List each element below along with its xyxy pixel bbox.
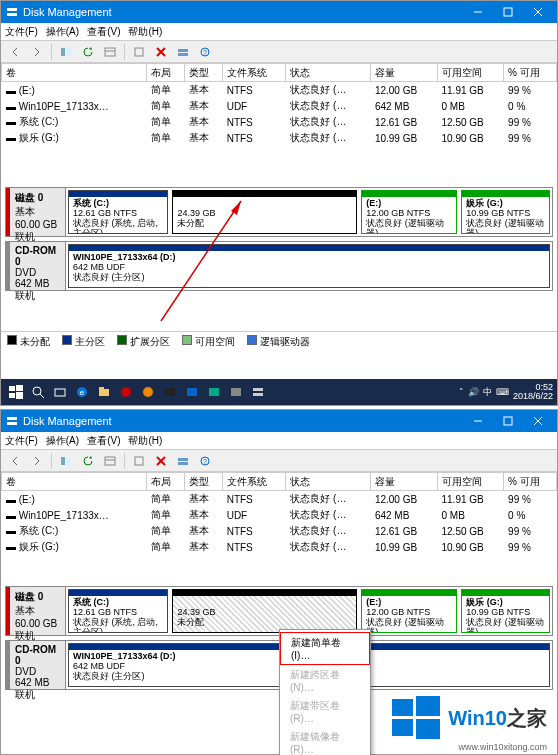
table-row[interactable]: ▬ Win10PE_17133x…简单基本UDF状态良好 (…642 MB0 M… <box>2 98 557 114</box>
partition-dvd[interactable]: WIN10PE_17133x64 (D:)642 MB UDF状态良好 (主分区… <box>68 244 550 288</box>
toolbar-btn[interactable] <box>100 452 120 470</box>
ctx-new-spanned-volume[interactable]: 新建跨区卷(N)… <box>280 665 370 696</box>
help-icon[interactable]: ? <box>195 43 215 61</box>
col-status[interactable]: 状态 <box>286 64 371 82</box>
partition-c[interactable]: 系统 (C:)12.61 GB NTFS状态良好 (系统, 启动, 主分区) <box>68 589 168 633</box>
cdrom-info: CD-ROM 0 DVD 642 MB 联机 <box>6 242 66 290</box>
table-row[interactable]: ▬ 娱乐 (G:)简单基本NTFS状态良好 (…10.99 GB10.90 GB… <box>2 130 557 146</box>
svg-rect-45 <box>66 457 71 465</box>
svg-rect-25 <box>55 389 65 396</box>
tray-chevron-icon[interactable]: ˄ <box>459 387 464 397</box>
forward-button[interactable] <box>27 452 47 470</box>
taskview-icon[interactable] <box>49 381 71 403</box>
footer-url: www.win10xitong.com <box>458 742 547 752</box>
explorer-icon[interactable] <box>93 381 115 403</box>
tb-app-icon[interactable] <box>225 381 247 403</box>
partition-g[interactable]: 娱乐 (G:)10.99 GB NTFS状态良好 (逻辑驱动器) <box>461 589 550 633</box>
tray-sound-icon[interactable]: 🔊 <box>468 387 479 397</box>
tb-app-icon[interactable] <box>137 381 159 403</box>
menu-view[interactable]: 查看(V) <box>87 434 120 448</box>
menu-view[interactable]: 查看(V) <box>87 25 120 39</box>
search-icon[interactable] <box>27 381 49 403</box>
menu-file[interactable]: 文件(F) <box>5 434 38 448</box>
partition-unallocated[interactable]: 24.39 GB未分配 <box>172 190 357 234</box>
toolbar-btn[interactable] <box>56 43 76 61</box>
refresh-button[interactable] <box>78 452 98 470</box>
volume-list[interactable]: 卷 布局 类型 文件系统 状态 容量 可用空间 % 可用 ▬ (E:)简单基本N… <box>1 63 557 183</box>
table-row[interactable]: ▬ Win10PE_17133x…简单基本UDF状态良好 (…642 MB0 M… <box>2 507 557 523</box>
toolbar-btn[interactable] <box>173 452 193 470</box>
tb-app-icon[interactable] <box>203 381 225 403</box>
partition-g[interactable]: 娱乐 (G:)10.99 GB NTFS状态良好 (逻辑驱动器) <box>461 190 550 234</box>
svg-rect-28 <box>99 389 109 396</box>
back-button[interactable] <box>5 452 25 470</box>
edge-icon[interactable]: e <box>71 381 93 403</box>
col-free[interactable]: 可用空间 <box>437 64 504 82</box>
disk-mgmt-icon[interactable] <box>247 381 269 403</box>
table-row[interactable]: ▬ 系统 (C:)简单基本NTFS状态良好 (…12.61 GB12.50 GB… <box>2 114 557 130</box>
toolbar-btn[interactable] <box>173 43 193 61</box>
menu-help[interactable]: 帮助(H) <box>128 434 162 448</box>
col-type[interactable]: 类型 <box>184 64 222 82</box>
col-volume[interactable]: 卷 <box>2 64 147 82</box>
ctx-new-striped-volume[interactable]: 新建带区卷(R)… <box>280 696 370 727</box>
partition-c[interactable]: 系统 (C:)12.61 GB NTFS状态良好 (系统, 启动, 主分区) <box>68 190 168 234</box>
svg-rect-37 <box>253 393 263 396</box>
minimize-button[interactable] <box>463 410 493 432</box>
system-tray[interactable]: ˄ 🔊 中 ⌨ 0:522018/6/22 <box>459 383 553 401</box>
svg-rect-14 <box>178 53 188 56</box>
delete-icon[interactable] <box>151 43 171 61</box>
menu-action[interactable]: 操作(A) <box>46 434 79 448</box>
toolbar-btn[interactable] <box>100 43 120 61</box>
close-button[interactable] <box>523 410 553 432</box>
minimize-button[interactable] <box>463 1 493 23</box>
svg-rect-33 <box>187 388 197 396</box>
toolbar-btn[interactable] <box>56 452 76 470</box>
ime-indicator[interactable]: 中 <box>483 386 492 399</box>
volume-list[interactable]: 卷 布局 类型 文件系统 状态 容量 可用空间 % 可用 ▬ (E:)简单基本N… <box>1 472 557 582</box>
col-fs[interactable]: 文件系统 <box>222 64 286 82</box>
tb-app-icon[interactable] <box>181 381 203 403</box>
start-button[interactable] <box>5 381 27 403</box>
cdrom-row[interactable]: CD-ROM 0 DVD 642 MB 联机 WIN10PE_17133x64 … <box>5 241 553 291</box>
partition-e[interactable]: (E:)12.00 GB NTFS状态良好 (逻辑驱动器) <box>361 190 457 234</box>
svg-rect-13 <box>178 49 188 52</box>
back-button[interactable] <box>5 43 25 61</box>
svg-point-31 <box>143 387 153 397</box>
menu-action[interactable]: 操作(A) <box>46 25 79 39</box>
help-icon[interactable]: ? <box>195 452 215 470</box>
close-button[interactable] <box>523 1 553 23</box>
svg-rect-21 <box>9 393 15 398</box>
svg-point-30 <box>121 387 131 397</box>
legend-logical: 逻辑驱动器 <box>247 335 310 349</box>
svg-rect-7 <box>66 48 71 56</box>
disk-0-row[interactable]: 磁盘 0 基本 60.00 GB 联机 系统 (C:)12.61 GB NTFS… <box>5 187 553 237</box>
refresh-button[interactable] <box>78 43 98 61</box>
tray-keyboard-icon[interactable]: ⌨ <box>496 387 509 397</box>
legend-free: 可用空间 <box>182 335 235 349</box>
toolbar-btn[interactable] <box>129 452 149 470</box>
menu-help[interactable]: 帮助(H) <box>128 25 162 39</box>
clock-date[interactable]: 2018/6/22 <box>513 391 553 401</box>
tb-app-icon[interactable] <box>115 381 137 403</box>
col-capacity[interactable]: 容量 <box>370 64 437 82</box>
delete-icon[interactable] <box>151 452 171 470</box>
maximize-button[interactable] <box>493 410 523 432</box>
toolbar-btn[interactable] <box>129 43 149 61</box>
svg-rect-3 <box>504 8 512 16</box>
partition-unallocated-selected[interactable]: 24.39 GB未分配 <box>172 589 357 633</box>
ctx-new-mirror-volume[interactable]: 新建镜像卷(R)… <box>280 727 370 755</box>
tb-app-icon[interactable] <box>159 381 181 403</box>
partition-e[interactable]: (E:)12.00 GB NTFS状态良好 (逻辑驱动器) <box>361 589 457 633</box>
table-row[interactable]: ▬ 系统 (C:)简单基本NTFS状态良好 (…12.61 GB12.50 GB… <box>2 523 557 539</box>
col-pct[interactable]: % 可用 <box>504 64 557 82</box>
table-row[interactable]: ▬ 娱乐 (G:)简单基本NTFS状态良好 (…10.99 GB10.90 GB… <box>2 539 557 555</box>
table-row[interactable]: ▬ (E:)简单基本NTFS状态良好 (…12.00 GB11.91 GB99 … <box>2 491 557 508</box>
forward-button[interactable] <box>27 43 47 61</box>
ctx-new-simple-volume[interactable]: 新建简单卷(I)… <box>280 632 370 665</box>
svg-rect-29 <box>99 387 104 390</box>
table-row[interactable]: ▬ (E:)简单基本NTFS状态良好 (…12.00 GB11.91 GB99 … <box>2 82 557 99</box>
maximize-button[interactable] <box>493 1 523 23</box>
menu-file[interactable]: 文件(F) <box>5 25 38 39</box>
col-layout[interactable]: 布局 <box>147 64 185 82</box>
